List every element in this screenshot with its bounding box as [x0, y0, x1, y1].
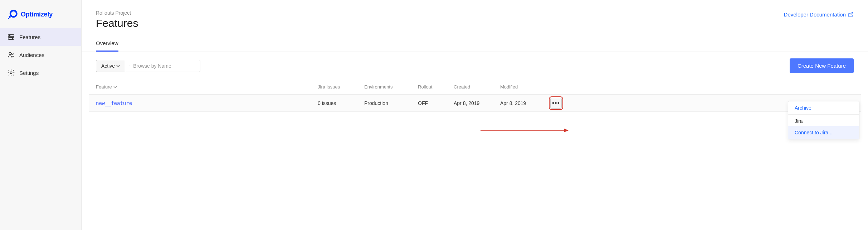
audiences-icon [7, 51, 15, 59]
svg-point-1 [9, 16, 11, 18]
column-header-rollout[interactable]: Rollout [418, 84, 454, 90]
cell-modified: Apr 8, 2019 [500, 100, 550, 106]
column-header-modified[interactable]: Modified [500, 84, 550, 90]
svg-rect-3 [8, 35, 14, 37]
column-header-environments[interactable]: Environments [364, 84, 418, 90]
sidebar-item-label: Audiences [19, 52, 44, 58]
optimizely-logo-icon [8, 9, 18, 19]
sidebar-item-features[interactable]: Features [0, 28, 81, 46]
cell-environments: Production [364, 100, 418, 106]
developer-documentation-link[interactable]: Developer Documentation [784, 11, 854, 18]
table-header-row: Feature Jira Issues Environments Rollout… [89, 80, 861, 95]
column-header-created[interactable]: Created [454, 84, 500, 90]
feature-name-link[interactable]: new__feature [96, 100, 318, 106]
menu-item-archive[interactable]: Archive [788, 101, 859, 114]
column-header-jira[interactable]: Jira Issues [318, 84, 364, 90]
features-icon [7, 33, 15, 41]
tabs: Overview [82, 36, 868, 52]
row-actions-button[interactable]: ••• [550, 98, 562, 109]
cell-created: Apr 8, 2019 [454, 100, 500, 106]
annotation-arrow [481, 128, 569, 133]
sidebar-item-settings[interactable]: Settings [0, 64, 81, 82]
tab-overview[interactable]: Overview [96, 36, 118, 52]
chevron-down-icon [116, 64, 120, 68]
sidebar: Optimizely Features Audiences [0, 0, 82, 230]
svg-marker-12 [564, 129, 569, 132]
page-title: Features [96, 17, 138, 29]
breadcrumb: Rollouts Project [96, 10, 138, 16]
svg-point-8 [11, 53, 13, 55]
brand-logo[interactable]: Optimizely [0, 0, 81, 28]
main-content: Rollouts Project Features Developer Docu… [82, 0, 868, 230]
external-link-icon [848, 12, 854, 18]
cell-rollout: OFF [418, 100, 454, 106]
gear-icon [7, 69, 15, 77]
svg-point-7 [9, 52, 11, 54]
filter-label: Active [101, 63, 115, 69]
svg-point-10 [130, 66, 130, 66]
cell-jira-issues: 0 issues [318, 100, 364, 106]
search-input[interactable] [133, 63, 196, 69]
row-actions-menu: Archive Jira Connect to Jira... [788, 101, 859, 139]
dev-doc-label: Developer Documentation [784, 11, 846, 18]
column-header-feature[interactable]: Feature [96, 84, 318, 90]
sidebar-item-label: Settings [19, 70, 39, 76]
create-new-feature-button[interactable]: Create New Feature [790, 58, 854, 73]
sidebar-item-label: Features [19, 34, 40, 40]
menu-section-jira: Jira [788, 114, 859, 126]
table-row[interactable]: new__feature 0 issues Production OFF Apr… [89, 95, 861, 112]
svg-point-0 [10, 11, 17, 17]
svg-rect-4 [8, 38, 14, 40]
svg-point-9 [10, 72, 12, 74]
svg-point-2 [8, 18, 9, 19]
svg-point-5 [9, 35, 10, 36]
search-icon [130, 63, 130, 68]
menu-item-connect-jira[interactable]: Connect to Jira... [788, 126, 859, 139]
sidebar-item-audiences[interactable]: Audiences [0, 46, 81, 64]
status-filter-dropdown[interactable]: Active [96, 60, 125, 72]
brand-name: Optimizely [21, 11, 53, 18]
svg-point-6 [12, 38, 13, 39]
chevron-down-icon [113, 85, 117, 89]
search-field[interactable] [125, 60, 200, 72]
